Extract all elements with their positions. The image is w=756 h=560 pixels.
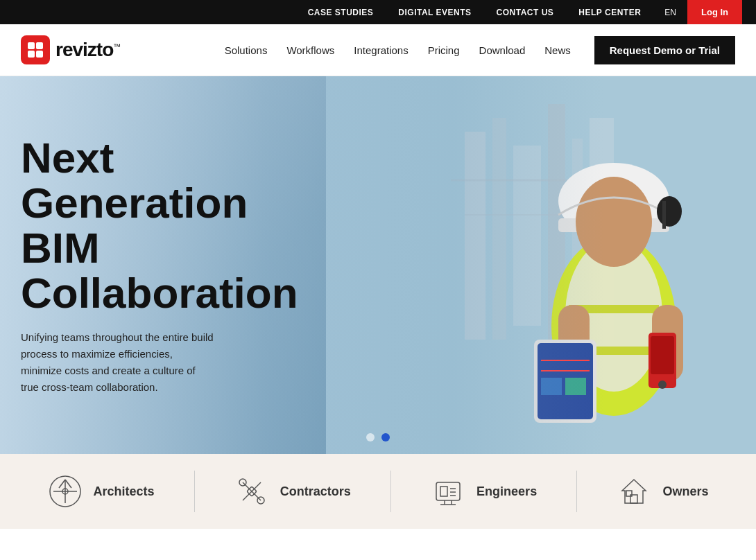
engineers-label: Engineers bbox=[476, 484, 537, 499]
hero-content: Next Generation BIM Collaboration Unifyi… bbox=[21, 134, 298, 395]
hero-section: Next Generation BIM Collaboration Unifyi… bbox=[0, 76, 756, 454]
divider-1 bbox=[194, 471, 195, 512]
svg-rect-1 bbox=[36, 42, 43, 49]
audience-contractors[interactable]: Contractors bbox=[234, 474, 351, 509]
divider-3 bbox=[576, 471, 577, 512]
svg-rect-0 bbox=[28, 42, 35, 49]
contractors-label: Contractors bbox=[280, 484, 351, 499]
audience-architects[interactable]: Architects bbox=[48, 474, 155, 509]
owners-label: Owners bbox=[662, 484, 708, 499]
nav-solutions[interactable]: Solutions bbox=[215, 24, 277, 76]
top-nav-contact-us[interactable]: CONTACT US bbox=[484, 0, 567, 24]
nav-pricing[interactable]: Pricing bbox=[418, 24, 470, 76]
nav-news[interactable]: News bbox=[535, 24, 581, 76]
language-selector[interactable]: EN bbox=[653, 8, 687, 17]
architects-label: Architects bbox=[94, 484, 155, 499]
main-nav: revizto™ Solutions Workflows Integration… bbox=[0, 24, 756, 76]
top-nav-case-studies[interactable]: CASE STUDIES bbox=[295, 0, 386, 24]
logo-icon bbox=[21, 35, 50, 64]
logo[interactable]: revizto™ bbox=[21, 35, 120, 64]
owners-icon bbox=[617, 474, 651, 509]
login-button[interactable]: Log In bbox=[687, 0, 742, 24]
hero-title: Next Generation BIM Collaboration bbox=[21, 134, 298, 315]
svg-rect-3 bbox=[36, 51, 43, 58]
nav-integrations[interactable]: Integrations bbox=[344, 24, 418, 76]
nav-workflows[interactable]: Workflows bbox=[277, 24, 344, 76]
audience-engineers[interactable]: Engineers bbox=[431, 474, 537, 509]
request-demo-button[interactable]: Request Demo or Trial bbox=[594, 36, 735, 64]
svg-rect-2 bbox=[28, 51, 35, 58]
top-bar: CASE STUDIES DIGITAL EVENTS CONTACT US H… bbox=[0, 0, 756, 24]
svg-rect-53 bbox=[626, 491, 632, 496]
divider-2 bbox=[390, 471, 391, 512]
nav-links: Solutions Workflows Integrations Pricing… bbox=[215, 24, 581, 76]
audience-bar: Architects Contractors bbox=[0, 454, 756, 529]
svg-rect-44 bbox=[436, 482, 460, 500]
hero-subtitle: Unifying teams throughout the entire bui… bbox=[21, 329, 215, 396]
audience-owners[interactable]: Owners bbox=[617, 474, 708, 509]
slide-dot-2[interactable] bbox=[381, 433, 390, 441]
svg-line-37 bbox=[65, 480, 71, 488]
contractors-icon bbox=[234, 474, 269, 509]
svg-rect-45 bbox=[440, 487, 447, 496]
slide-dot-1[interactable] bbox=[366, 433, 375, 441]
top-nav-digital-events[interactable]: DIGITAL EVENTS bbox=[386, 0, 483, 24]
svg-line-36 bbox=[59, 480, 65, 488]
architects-icon bbox=[48, 474, 83, 509]
engineers-icon bbox=[431, 474, 465, 509]
nav-download[interactable]: Download bbox=[470, 24, 535, 76]
slide-indicators bbox=[366, 433, 390, 441]
top-nav-help-center[interactable]: HELP CENTER bbox=[566, 0, 653, 24]
logo-text: revizto™ bbox=[55, 39, 120, 61]
